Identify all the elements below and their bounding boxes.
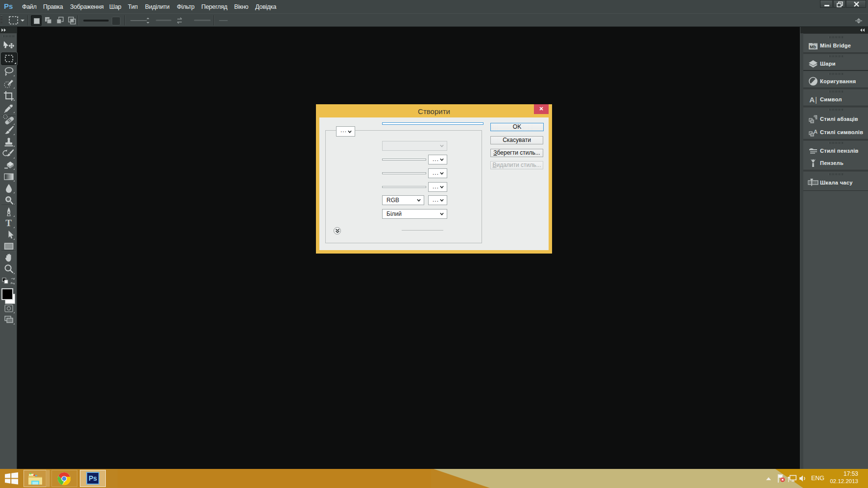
svg-text:Mb: Mb	[810, 44, 816, 49]
svg-text:A: A	[814, 129, 818, 135]
